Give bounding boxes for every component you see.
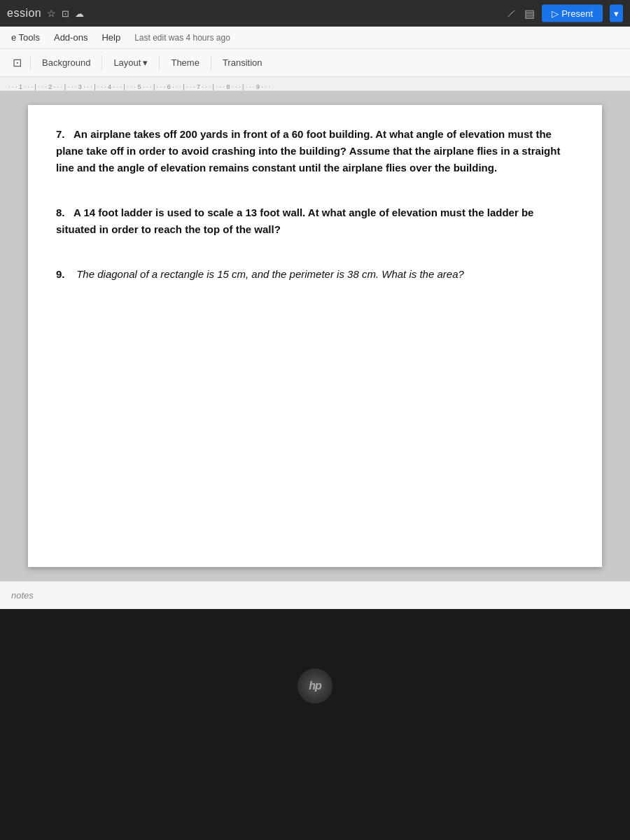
- document-page[interactable]: 7. An airplane takes off 200 yards in fr…: [28, 105, 602, 567]
- toolbar-divider-1: [30, 55, 31, 71]
- menu-item-help[interactable]: Help: [96, 30, 126, 45]
- hp-logo: hp: [298, 668, 332, 704]
- layout-button[interactable]: Layout ▾: [106, 55, 155, 71]
- hp-logo-text: hp: [309, 680, 321, 692]
- background-label: Background: [42, 57, 90, 68]
- question-9-number: 9.: [56, 268, 65, 280]
- top-bar-right: ⟋ ▤ ▷ Present ▾: [505, 5, 623, 22]
- transition-button[interactable]: Transition: [216, 55, 270, 71]
- notes-label: notes: [11, 590, 34, 601]
- question-8: 8. A 14 foot ladder is used to scale a 1…: [56, 204, 574, 238]
- present-button[interactable]: ▷ Present: [542, 5, 603, 22]
- ruler-mark-1: · · · 1 · · · | · · · 2 · · · | · · · 3 …: [8, 83, 270, 90]
- present-dropdown-button[interactable]: ▾: [610, 5, 623, 22]
- laptop-bezel-bottom: hp: [0, 609, 630, 763]
- ruler: · · · 1 · · · | · · · 2 · · · | · · · 3 …: [0, 77, 630, 91]
- document-area: 7. An airplane takes off 200 yards in fr…: [0, 91, 630, 581]
- question-8-text: A 14 foot ladder is used to scale a 13 f…: [56, 206, 533, 235]
- question-9: 9. The diagonal of a rectangle is 15 cm,…: [56, 266, 574, 283]
- title-bar: ession ⊡ ☁ ⟋ ▤ ▷ Present ▾: [0, 0, 630, 27]
- theme-label: Theme: [171, 57, 199, 68]
- notes-area[interactable]: notes: [0, 581, 630, 609]
- title-bar-icons: ⊡ ☁: [47, 8, 84, 19]
- transition-label: Transition: [223, 57, 262, 68]
- question-7-text: An airplane takes off 200 yards in front…: [56, 128, 560, 174]
- toolbar-divider-2: [102, 55, 102, 71]
- menu-item-addons[interactable]: Add-ons: [48, 30, 93, 45]
- present-icon: ▷: [552, 8, 559, 19]
- question-7: 7. An airplane takes off 200 yards in fr…: [56, 126, 574, 176]
- theme-button[interactable]: Theme: [164, 55, 206, 71]
- star-icon[interactable]: [47, 8, 56, 19]
- present-label: Present: [561, 8, 593, 19]
- save-icon[interactable]: ⊡: [62, 8, 69, 19]
- layout-chevron: ▾: [143, 57, 148, 68]
- view-icon[interactable]: ▤: [524, 7, 535, 20]
- ruler-content: · · · 1 · · · | · · · 2 · · · | · · · 3 …: [8, 83, 622, 90]
- menu-item-tools[interactable]: e Tools: [6, 30, 46, 45]
- activity-icon[interactable]: ⟋: [505, 6, 517, 21]
- toolbar-divider-3: [159, 55, 160, 71]
- toolbar-back-icon[interactable]: ⊡: [8, 53, 26, 72]
- last-edit-label: Last edit was 4 hours ago: [134, 33, 230, 43]
- cloud-icon[interactable]: ☁: [75, 8, 84, 19]
- toolbar-divider-4: [211, 55, 211, 71]
- background-button[interactable]: Background: [35, 55, 97, 71]
- question-8-number: 8.: [56, 206, 65, 218]
- menu-bar: e Tools Add-ons Help Last edit was 4 hou…: [0, 27, 630, 49]
- toolbar: ⊡ Background Layout ▾ Theme Transition: [0, 49, 630, 77]
- app-title: ession: [7, 7, 41, 20]
- layout-label: Layout: [113, 57, 141, 68]
- question-9-text: The diagonal of a rectangle is 15 cm, an…: [76, 268, 464, 280]
- question-7-number: 7.: [56, 128, 65, 140]
